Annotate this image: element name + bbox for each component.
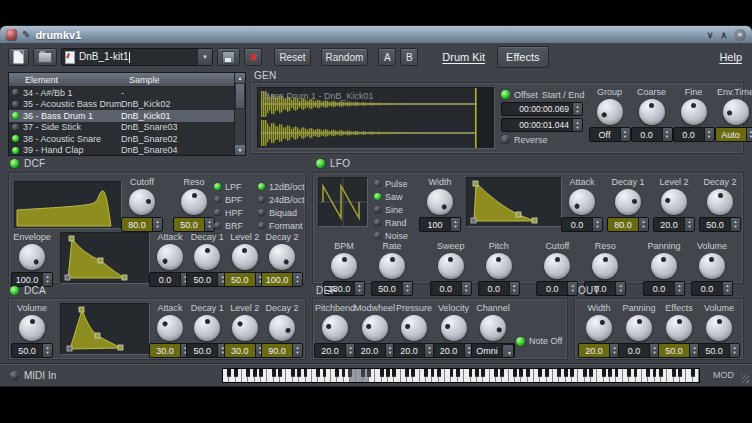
piano-key-black[interactable] xyxy=(570,369,574,377)
piano-key-black[interactable] xyxy=(316,369,320,377)
knob-value-level-2[interactable]: 50.0▲▼ xyxy=(224,272,266,287)
knob-value-rate[interactable]: 50.0▲▼ xyxy=(371,281,413,296)
knob-value-reso[interactable]: 50.0▲▼ xyxy=(173,217,215,232)
column-sample[interactable]: Sample xyxy=(129,75,234,85)
knob-dial-decay-2[interactable] xyxy=(269,315,295,341)
spinner-buttons[interactable]: ▲▼ xyxy=(704,128,714,141)
knob-dial-group[interactable] xyxy=(597,99,623,125)
knob-dial-level-2[interactable] xyxy=(232,244,258,270)
knob-dial-coarse[interactable] xyxy=(639,99,665,125)
piano-key-black[interactable] xyxy=(513,369,517,377)
piano-key-black[interactable] xyxy=(494,369,498,377)
knob-dial-attack[interactable] xyxy=(157,315,183,341)
spinner-buttons[interactable]: ▲▼ xyxy=(450,218,460,231)
radio-pulse[interactable]: Pulse xyxy=(374,178,420,189)
list-row[interactable]: 37 - Side StickDnB_Snare03 xyxy=(9,122,234,134)
compare-a-button[interactable]: A xyxy=(378,48,396,66)
knob-value-decay-2[interactable]: 50.0▲▼ xyxy=(699,217,741,232)
piano-key-black[interactable] xyxy=(335,369,339,377)
column-element[interactable]: Element xyxy=(9,75,129,85)
piano-key-black[interactable] xyxy=(475,369,479,377)
piano-key-black[interactable] xyxy=(519,369,523,377)
radio-bpf[interactable]: BPF xyxy=(214,194,256,205)
piano-key-black[interactable] xyxy=(481,369,485,377)
minimize-icon[interactable]: ∨ xyxy=(707,30,714,40)
piano-key-black[interactable] xyxy=(500,369,504,377)
knob-dial-cutoff[interactable] xyxy=(544,253,570,279)
knob-dial-attack[interactable] xyxy=(569,189,595,215)
piano-key-black[interactable] xyxy=(583,369,587,377)
radio-saw[interactable]: Saw xyxy=(374,191,420,202)
dropdown-arrow-icon[interactable]: ▼ xyxy=(502,344,514,358)
knob-value-effects[interactable]: 50.0▲▼ xyxy=(658,343,700,358)
knob-dial-decay-1[interactable] xyxy=(194,315,220,341)
resize-grip-icon[interactable] xyxy=(741,375,749,383)
dca-envelope-display[interactable] xyxy=(60,303,150,355)
spinner-buttons[interactable]: ▲▼ xyxy=(152,218,162,231)
piano-key-black[interactable] xyxy=(424,369,428,377)
radio-biquad[interactable]: Biquad xyxy=(258,207,308,218)
list-row[interactable]: 38 - Acoustic SnareDnB_Snare02 xyxy=(9,133,234,145)
piano-key-black[interactable] xyxy=(564,369,568,377)
piano-key-black[interactable] xyxy=(323,369,327,377)
new-preset-button[interactable] xyxy=(8,48,29,66)
knob-dial-pressure[interactable] xyxy=(401,315,427,341)
piano-key-black[interactable] xyxy=(272,369,276,377)
knob-value-panning[interactable]: 0.0▲▼ xyxy=(643,281,685,296)
piano-key-black[interactable] xyxy=(361,369,365,377)
reverse-led-icon[interactable] xyxy=(501,135,510,144)
knob-value-decay-2[interactable]: 90.0▲▼ xyxy=(261,343,303,358)
knob-dial-pitchbend[interactable] xyxy=(322,315,348,341)
radio-rand[interactable]: Rand xyxy=(374,217,420,228)
piano-key-black[interactable] xyxy=(659,369,663,377)
knob-value-width[interactable]: 20.0▲▼ xyxy=(578,343,620,358)
radio-24db-oct[interactable]: 24dB/oct xyxy=(258,194,308,205)
random-button[interactable]: Random xyxy=(321,48,369,66)
knob-value-volume[interactable]: 50.0▲▼ xyxy=(11,343,53,358)
knob-dial-reso[interactable] xyxy=(592,253,618,279)
element-list[interactable]: Element Sample 34 - A#/Bb 1-35 - Acousti… xyxy=(8,72,246,156)
piano-key-black[interactable] xyxy=(589,369,593,377)
piano-key-black[interactable] xyxy=(678,369,682,377)
knob-dial-env-time[interactable] xyxy=(723,99,749,125)
knob-dial-decay-1[interactable] xyxy=(615,189,641,215)
knob-value-volume[interactable]: 50.0▲▼ xyxy=(698,343,740,358)
knob-dial-level-2[interactable] xyxy=(661,189,687,215)
piano-key-black[interactable] xyxy=(691,369,695,377)
spinner-buttons[interactable]: ▲▼ xyxy=(722,282,732,295)
knob-dial-reso[interactable] xyxy=(181,189,207,215)
radio-brf[interactable]: BRF xyxy=(214,220,256,231)
knob-dial-velocity[interactable] xyxy=(441,315,467,341)
dcf-led-icon[interactable] xyxy=(10,159,19,168)
spinner-buttons[interactable]: ▲▼ xyxy=(684,218,694,231)
knob-dial-envelope[interactable] xyxy=(19,244,45,270)
offset-end-field[interactable]: 00:00:01.044 ▲▼ xyxy=(501,118,583,132)
knob-dial-effects[interactable] xyxy=(666,315,692,341)
spinner-buttons[interactable]: ▲▼ xyxy=(572,119,582,131)
delete-preset-button[interactable]: ✖ xyxy=(244,48,262,66)
radio-formant[interactable]: Formant xyxy=(258,220,308,231)
spinner-buttons[interactable]: ▲▼ xyxy=(674,282,684,295)
piano-key-black[interactable] xyxy=(469,369,473,377)
dca-led-icon[interactable] xyxy=(10,286,19,295)
knob-value-decay-1[interactable]: 50.0▲▼ xyxy=(186,343,228,358)
tab-effects[interactable]: Effects xyxy=(497,46,548,68)
knob-dial-width[interactable] xyxy=(586,315,612,341)
knob-value-pitchbend[interactable]: 20.0▲▼ xyxy=(314,343,356,358)
knob-dial-fine[interactable] xyxy=(681,99,707,125)
piano-key-black[interactable] xyxy=(297,369,301,377)
knob-value-velocity[interactable]: 20.0▲▼ xyxy=(433,343,475,358)
knob-value-level-2[interactable]: 30.0▲▼ xyxy=(224,343,266,358)
knob-dial-sweep[interactable] xyxy=(438,253,464,279)
knob-value-decay-1[interactable]: 50.0▲▼ xyxy=(186,272,228,287)
spinner-buttons[interactable]: ▲▼ xyxy=(572,103,582,115)
piano-key-black[interactable] xyxy=(538,369,542,377)
knob-value-pressure[interactable]: 20.0▲▼ xyxy=(393,343,435,358)
list-row[interactable]: 39 - Hand ClapDnB_Snare04 xyxy=(9,145,234,156)
radio-12db-oct[interactable]: 12dB/oct xyxy=(258,181,308,192)
piano-key-black[interactable] xyxy=(634,369,638,377)
knob-dial-cutoff[interactable] xyxy=(129,189,155,215)
piano-key-black[interactable] xyxy=(348,369,352,377)
knob-dial-pitch[interactable] xyxy=(486,253,512,279)
piano-key-black[interactable] xyxy=(602,369,606,377)
